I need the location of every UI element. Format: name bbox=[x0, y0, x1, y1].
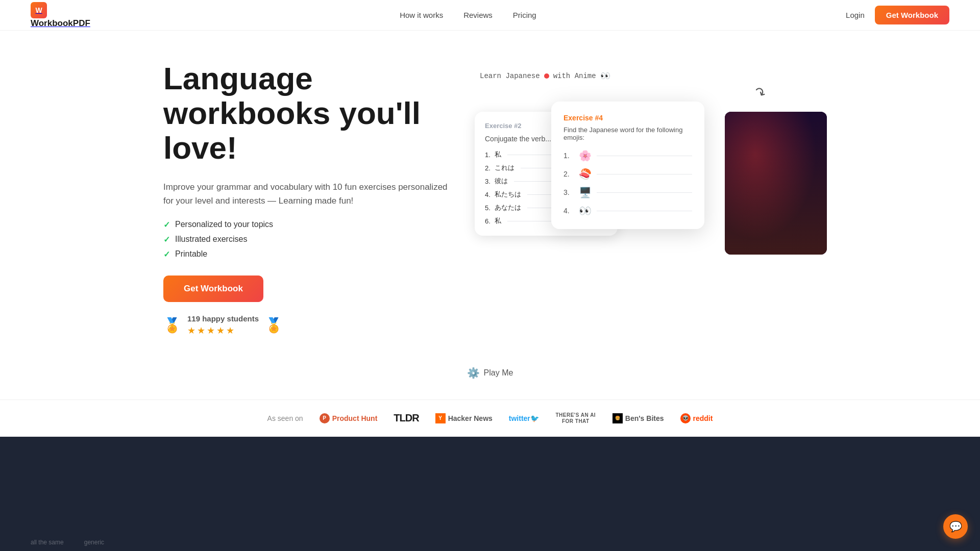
check-icon-3: ✓ bbox=[163, 249, 170, 259]
brand-twitter: twitter🐦 bbox=[509, 414, 539, 422]
exercise-4-subtitle: Find the Japanese word for the following… bbox=[564, 126, 692, 141]
play-button[interactable]: ⚙️ Play Me bbox=[467, 367, 513, 379]
as-seen-on: As seen on P Product Hunt TLDR Y Hacker … bbox=[0, 399, 980, 437]
nav-link-how-it-works[interactable]: How it works bbox=[400, 11, 443, 19]
annotation-arrow: ↷ bbox=[751, 84, 769, 103]
hero-section: Language workbooks you'll love! Improve … bbox=[133, 31, 847, 357]
chat-bubble[interactable]: 💬 bbox=[943, 514, 968, 539]
exercise-card-4: Exercise #4 Find the Japanese word for t… bbox=[551, 102, 704, 229]
logo-text: WorkbookPDF bbox=[31, 18, 90, 28]
exercise-4-items: 1. 🌸 2. 🍣 3. 🖥️ 4. 👀 bbox=[564, 149, 692, 217]
play-section: ⚙️ Play Me bbox=[0, 357, 980, 399]
product-hunt-icon: P bbox=[320, 413, 330, 423]
play-icon: ⚙️ bbox=[467, 367, 480, 379]
logo-icon: W bbox=[31, 2, 47, 18]
footer-bottom: all the same generic bbox=[31, 457, 949, 546]
bens-bites-icon: 🍔 bbox=[612, 413, 623, 423]
chat-icon: 💬 bbox=[949, 520, 962, 533]
laurel-left: 🏅 bbox=[163, 317, 181, 334]
emoji-item-3: 3. 🖥️ bbox=[564, 186, 692, 198]
emoji-item-2: 2. 🍣 bbox=[564, 168, 692, 180]
reddit-icon: 👽 bbox=[680, 413, 691, 423]
feature-1: ✓ Personalized to your topics bbox=[163, 220, 449, 230]
social-proof: 🏅 119 happy students ★ ★ ★ ★ ★ 🏅 bbox=[163, 314, 449, 336]
nav-links: How it works Reviews Pricing bbox=[400, 11, 536, 19]
nav-link-pricing[interactable]: Pricing bbox=[513, 11, 536, 19]
nav-link-reviews[interactable]: Reviews bbox=[463, 11, 493, 19]
hero-title: Language workbooks you'll love! bbox=[163, 61, 449, 166]
tldr-text: TLDR bbox=[394, 412, 419, 424]
footer: all the same generic bbox=[0, 437, 980, 551]
laurel-right: 🏅 bbox=[265, 317, 283, 334]
check-icon-1: ✓ bbox=[163, 220, 170, 230]
annotation-dot bbox=[544, 73, 549, 79]
hero-left: Language workbooks you'll love! Improve … bbox=[163, 61, 449, 336]
hero-description: Improve your grammar and vocabulary with… bbox=[163, 180, 449, 208]
feature-2: ✓ Illustrated exercises bbox=[163, 235, 449, 244]
anime-card: to all types of animation, not art style… bbox=[725, 112, 827, 255]
students-count: 119 happy students bbox=[187, 314, 259, 323]
social-proof-content: 119 happy students ★ ★ ★ ★ ★ bbox=[187, 314, 259, 336]
annotation-label: Learn Japanese with Anime 👀 bbox=[480, 71, 610, 81]
brand-ai-for-that: THERE'S AN AI FOR THAT bbox=[555, 412, 596, 424]
as-seen-label: As seen on bbox=[267, 414, 303, 422]
nav-right: Login Get Workbook bbox=[846, 6, 949, 24]
hero-demo: Learn Japanese with Anime 👀 ↷ to all typ… bbox=[470, 71, 817, 326]
brand-tldr: TLDR bbox=[394, 412, 419, 424]
login-button[interactable]: Login bbox=[846, 11, 865, 19]
hero-features: ✓ Personalized to your topics ✓ Illustra… bbox=[163, 220, 449, 259]
brand-hacker-news: Y Hacker News bbox=[435, 413, 493, 423]
twitter-text: twitter🐦 bbox=[509, 414, 539, 422]
emoji-item-4: 4. 👀 bbox=[564, 205, 692, 217]
brand-product-hunt: P Product Hunt bbox=[320, 413, 378, 423]
check-icon-2: ✓ bbox=[163, 235, 170, 244]
hero-cta-button[interactable]: Get Workbook bbox=[163, 276, 263, 302]
emoji-item-1: 1. 🌸 bbox=[564, 149, 692, 162]
brand-reddit: 👽 reddit bbox=[680, 413, 713, 423]
navigation: W WorkbookPDF How it works Reviews Prici… bbox=[0, 0, 980, 31]
feature-3: ✓ Printable bbox=[163, 249, 449, 259]
ai-for-that-text: THERE'S AN AI FOR THAT bbox=[555, 412, 596, 424]
nav-get-workbook-button[interactable]: Get Workbook bbox=[875, 6, 949, 24]
brand-bens-bites: 🍔 Ben's Bites bbox=[612, 413, 664, 423]
exercise-4-label: Exercise #4 bbox=[564, 114, 692, 122]
logo[interactable]: W WorkbookPDF bbox=[31, 2, 90, 29]
hacker-news-icon: Y bbox=[435, 413, 446, 423]
star-rating: ★ ★ ★ ★ ★ bbox=[187, 325, 259, 336]
